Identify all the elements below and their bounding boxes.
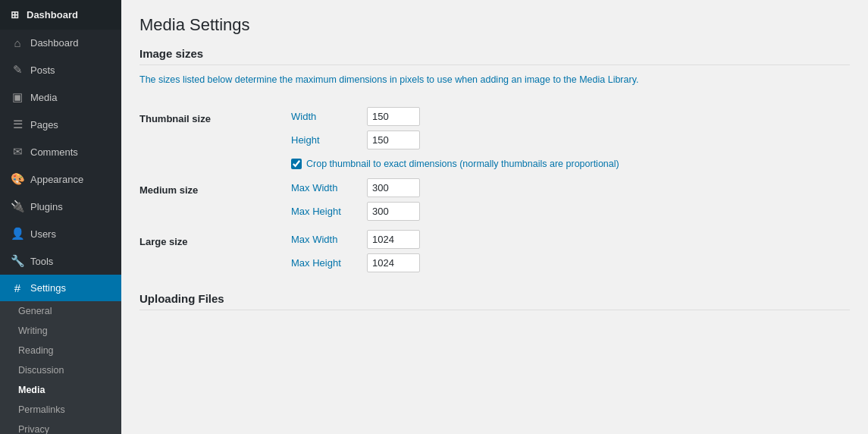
thumbnail-label: Thumbnail size: [139, 102, 291, 174]
comments-icon: ✉: [11, 145, 24, 159]
medium-fields: Max Width Max Height: [291, 174, 850, 225]
thumbnail-crop-label: Crop thumbnail to exact dimensions (norm…: [306, 159, 619, 169]
sidebar-item-pages[interactable]: ☰ Pages: [0, 111, 121, 138]
large-width-row: Max Width: [291, 230, 850, 249]
thumbnail-field-group: Width Height Crop thumbnail to exact dim…: [291, 107, 850, 169]
sidebar-item-media[interactable]: ▣ Media: [0, 83, 121, 111]
users-icon: 👤: [11, 227, 24, 241]
medium-max-height-input[interactable]: [367, 202, 420, 221]
large-height-row: Max Height: [291, 253, 850, 272]
plugins-icon: 🔌: [11, 200, 24, 213]
medium-label: Medium size: [139, 174, 291, 225]
thumbnail-height-input[interactable]: [367, 131, 420, 149]
image-sizes-title: Image sizes: [139, 47, 850, 65]
thumbnail-width-row: Width: [291, 107, 850, 126]
pages-icon: ☰: [11, 118, 24, 131]
large-field-group: Max Width Max Height: [291, 230, 850, 272]
sidebar-nav: ⌂ Dashboard ✎ Posts ▣ Media ☰ Pages ✉ Co…: [0, 30, 121, 434]
tools-icon: 🔧: [11, 254, 24, 268]
sidebar-item-plugins[interactable]: 🔌 Plugins: [0, 193, 121, 220]
thumbnail-crop-row: Crop thumbnail to exact dimensions (norm…: [291, 159, 850, 169]
thumbnail-crop-checkbox[interactable]: [291, 159, 302, 169]
main-content: Media Settings Image sizes The sizes lis…: [121, 0, 868, 434]
large-label: Large size: [139, 225, 291, 277]
posts-icon: ✎: [11, 63, 24, 77]
sidebar-item-label: Plugins: [30, 201, 63, 212]
settings-table: Thumbnail size Width Height: [139, 102, 850, 277]
thumbnail-row: Thumbnail size Width Height: [139, 102, 850, 174]
page-title: Media Settings: [139, 15, 850, 35]
sidebar-item-comments[interactable]: ✉ Comments: [0, 138, 121, 165]
sidebar: ⊞ Dashboard ⌂ Dashboard ✎ Posts ▣ Media …: [0, 0, 121, 434]
medium-field-group: Max Width Max Height: [291, 178, 850, 221]
sidebar-item-users[interactable]: 👤 Users: [0, 220, 121, 247]
submenu-permalinks[interactable]: Permalinks: [0, 400, 121, 420]
media-icon: ▣: [11, 90, 24, 104]
submenu-privacy[interactable]: Privacy: [0, 420, 121, 434]
submenu-media[interactable]: Media: [0, 380, 121, 400]
large-max-height-label: Max Height: [291, 257, 359, 269]
sidebar-item-label: Pages: [30, 119, 58, 131]
sidebar-item-label: Appearance: [30, 174, 83, 185]
settings-icon: #: [11, 281, 24, 294]
sidebar-item-label: Comments: [30, 146, 78, 158]
dashboard-icon: ⌂: [11, 36, 24, 49]
large-max-height-input[interactable]: [367, 253, 420, 272]
large-fields: Max Width Max Height: [291, 225, 850, 277]
site-header[interactable]: ⊞ Dashboard: [0, 0, 121, 30]
sidebar-item-tools[interactable]: 🔧 Tools: [0, 247, 121, 275]
submenu-general[interactable]: General: [0, 301, 121, 321]
sidebar-item-appearance[interactable]: 🎨 Appearance: [0, 165, 121, 193]
wp-icon: ⊞: [11, 9, 19, 20]
large-row: Large size Max Width Max Height: [139, 225, 850, 277]
sidebar-item-label: Dashboard: [30, 37, 79, 49]
submenu-writing[interactable]: Writing: [0, 321, 121, 341]
uploading-files-title: Uploading Files: [139, 292, 850, 310]
sidebar-item-dashboard[interactable]: ⌂ Dashboard: [0, 30, 121, 56]
image-sizes-section: Image sizes The sizes listed below deter…: [139, 47, 850, 277]
sidebar-item-label: Settings: [30, 282, 66, 294]
thumbnail-width-input[interactable]: [367, 107, 420, 126]
medium-max-width-label: Max Width: [291, 182, 359, 193]
image-sizes-info: The sizes listed below determine the max…: [139, 73, 850, 87]
sidebar-item-label: Media: [30, 92, 57, 103]
sidebar-item-posts[interactable]: ✎ Posts: [0, 56, 121, 83]
medium-max-width-input[interactable]: [367, 178, 420, 197]
thumbnail-width-label: Width: [291, 111, 359, 122]
medium-row: Medium size Max Width Max Height: [139, 174, 850, 225]
medium-width-row: Max Width: [291, 178, 850, 197]
large-max-width-input[interactable]: [367, 230, 420, 249]
sidebar-item-label: Users: [30, 228, 56, 240]
thumbnail-height-row: Height: [291, 131, 850, 149]
thumbnail-height-label: Height: [291, 134, 359, 146]
submenu-reading[interactable]: Reading: [0, 341, 121, 360]
site-name: Dashboard: [27, 9, 78, 20]
uploading-files-section: Uploading Files: [139, 292, 850, 310]
submenu-discussion[interactable]: Discussion: [0, 360, 121, 380]
medium-max-height-label: Max Height: [291, 206, 359, 217]
sidebar-item-label: Tools: [30, 256, 53, 267]
sidebar-item-settings[interactable]: # Settings: [0, 275, 121, 301]
sidebar-item-label: Posts: [30, 64, 55, 76]
medium-height-row: Max Height: [291, 202, 850, 221]
settings-submenu: General Writing Reading Discussion Media…: [0, 301, 121, 434]
appearance-icon: 🎨: [11, 172, 24, 186]
thumbnail-fields: Width Height Crop thumbnail to exact dim…: [291, 102, 850, 174]
large-max-width-label: Max Width: [291, 234, 359, 245]
